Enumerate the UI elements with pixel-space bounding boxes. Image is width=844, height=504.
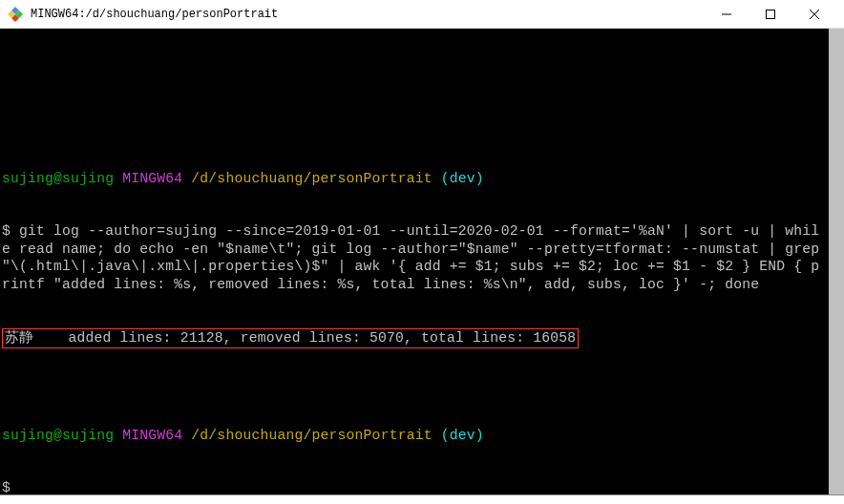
window-titlebar: MINGW64:/d/shouchuang/personPortrait — [0, 0, 844, 29]
terminal[interactable]: sujing@sujing MINGW64 /d/shouchuang/pers… — [0, 29, 844, 494]
prompt-line: sujing@sujing MINGW64 /d/shouchuang/pers… — [2, 427, 827, 445]
branch-label: (dev) — [441, 171, 484, 186]
command-text: $ git log --author=sujing --since=2019-0… — [2, 222, 827, 293]
env-label: MINGW64 — [122, 171, 182, 186]
cursor-line: $ — [2, 479, 827, 497]
minimize-button[interactable] — [705, 0, 749, 29]
close-button[interactable] — [792, 0, 836, 29]
app-icon — [8, 7, 23, 22]
user-host: sujing@sujing — [2, 428, 114, 443]
output-highlight: 苏静 added lines: 21128, removed lines: 50… — [2, 328, 579, 348]
terminal-area: sujing@sujing MINGW64 /d/shouchuang/pers… — [0, 29, 844, 504]
branch-label: (dev) — [441, 428, 484, 443]
user-host: sujing@sujing — [2, 171, 114, 186]
window-controls — [705, 6, 836, 23]
output-line: 苏静 added lines: 21128, removed lines: 50… — [5, 330, 576, 346]
cwd-path: /d/shouchuang/personPortrait — [191, 428, 432, 443]
prompt-line: sujing@sujing MINGW64 /d/shouchuang/pers… — [2, 170, 827, 188]
svg-rect-1 — [767, 10, 775, 18]
env-label: MINGW64 — [122, 428, 182, 443]
window-title: MINGW64:/d/shouchuang/personPortrait — [31, 8, 705, 21]
vertical-scrollbar[interactable] — [829, 29, 844, 494]
maximize-button[interactable] — [749, 0, 792, 29]
cwd-path: /d/shouchuang/personPortrait — [191, 171, 432, 186]
